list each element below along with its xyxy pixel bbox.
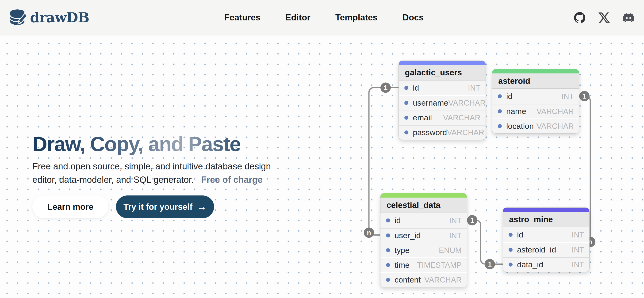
field-dot-icon	[386, 248, 390, 252]
field-name: data_id	[517, 260, 543, 269]
field-name: name	[506, 107, 526, 116]
field-row: idINT	[503, 227, 589, 242]
hero-subtitle: Free and open source, simple, and intuit…	[32, 160, 271, 186]
table-accent-strip	[492, 69, 579, 74]
field-dot-icon	[386, 263, 390, 267]
table-card-galactic_users: galactic_usersidINTusernameVARCHARemailV…	[398, 60, 486, 140]
field-name: password	[413, 128, 447, 137]
cardinality-badge-label: 1	[384, 84, 388, 92]
field-dot-icon	[386, 278, 390, 282]
table-title: celestial_data	[380, 198, 467, 213]
hero-subtitle-line1: Free and open source, simple, and intuit…	[32, 162, 271, 171]
field-type: INT	[468, 84, 480, 92]
drawdb-logo-icon	[9, 9, 26, 26]
field-dot-icon	[386, 234, 390, 238]
field-name: email	[413, 113, 432, 122]
table-card-asteroid: asteroididINTnameVARCHARlocationVARCHAR	[492, 69, 579, 134]
field-type: INT	[449, 231, 462, 240]
nav-links: FeaturesEditorTemplatesDocs	[224, 13, 424, 22]
field-type: VARCHAR	[536, 122, 574, 131]
hero-buttons: Learn more Try it for yourself →	[32, 196, 214, 218]
field-row: idINT	[399, 80, 486, 95]
field-name: id	[394, 216, 400, 225]
field-row: locationVARCHAR	[492, 118, 579, 133]
cardinality-badge-label: 1	[470, 216, 474, 224]
nav-link-docs[interactable]: Docs	[402, 13, 424, 22]
field-dot-icon	[508, 262, 512, 266]
field-dot-icon	[404, 101, 408, 105]
field-type: INT	[572, 260, 584, 269]
field-type: VARCHAR	[447, 128, 484, 137]
field-type: TIMESTAMP	[417, 261, 462, 270]
field-row: idINT	[492, 89, 579, 104]
field-name: type	[394, 246, 410, 255]
try-it-label: Try it for yourself	[124, 202, 192, 212]
github-icon[interactable]	[574, 12, 585, 23]
hero-highlight: Free of charge	[201, 175, 262, 185]
field-dot-icon	[404, 86, 408, 90]
cardinality-badge-label: n	[367, 229, 371, 236]
learn-more-button[interactable]: Learn more	[32, 196, 108, 218]
field-type: INT	[562, 92, 574, 101]
nav-link-templates[interactable]: Templates	[336, 13, 378, 22]
nav-link-features[interactable]: Features	[224, 13, 260, 22]
table-accent-strip	[380, 193, 467, 198]
field-name: content	[394, 275, 421, 284]
field-type: INT	[572, 230, 584, 239]
social-links	[574, 12, 634, 23]
nav-link-editor[interactable]: Editor	[286, 13, 310, 22]
hero-subtitle-line2: editor, data-modeler, and SQL generator.	[32, 175, 194, 185]
field-row: typeENUM	[380, 242, 467, 258]
field-row: asteroid_idINT	[503, 242, 589, 257]
discord-icon[interactable]	[623, 12, 634, 23]
field-row: timeTIMESTAMP	[380, 258, 467, 272]
field-name: asteroid_id	[517, 245, 556, 254]
table-card-astro_mine: astro_mineidINTasteroid_idINTdata_idINT	[503, 208, 590, 272]
field-name: time	[394, 260, 410, 270]
x-icon[interactable]	[598, 12, 610, 23]
try-it-button[interactable]: Try it for yourself →	[116, 196, 214, 218]
hero-title: Draw, Copy, and Paste	[32, 132, 240, 156]
field-dot-icon	[498, 109, 502, 113]
field-dot-icon	[498, 124, 502, 128]
field-type: VARCHAR	[424, 276, 462, 284]
field-dot-icon	[404, 130, 408, 134]
field-dot-icon	[386, 218, 390, 222]
field-name: location	[506, 122, 534, 131]
table-title: galactic_users	[399, 65, 486, 80]
navbar: drawDB FeaturesEditorTemplatesDocs	[0, 0, 644, 36]
relationship-line	[467, 220, 503, 264]
field-dot-icon	[508, 233, 512, 237]
field-row: user_idINT	[380, 228, 467, 242]
field-dot-icon	[404, 116, 408, 120]
table-title: astro_mine	[503, 212, 589, 227]
field-dot-icon	[508, 248, 512, 252]
table-accent-strip	[503, 208, 589, 212]
field-type: VARCHAR	[536, 107, 574, 116]
field-row: usernameVARCHAR	[399, 95, 486, 110]
field-row: data_idINT	[503, 257, 589, 272]
arrow-right-icon: →	[197, 202, 206, 212]
field-row: emailVARCHAR	[399, 110, 486, 125]
field-row: idINT	[380, 213, 467, 228]
field-name: id	[517, 230, 523, 239]
cardinality-badge-label: 1	[488, 260, 492, 268]
field-row: passwordVARCHAR	[399, 125, 486, 140]
field-name: user_id	[394, 231, 421, 240]
brand-logo[interactable]: drawDB	[9, 9, 89, 26]
diagram-canvas: 1n111n Draw, Copy, and Paste Free and op…	[0, 36, 644, 298]
brand-name: drawDB	[30, 10, 89, 26]
table-accent-strip	[399, 61, 486, 65]
field-type: INT	[572, 246, 584, 254]
field-row: nameVARCHAR	[492, 104, 579, 118]
table-card-celestial_data: celestial_dataidINTuser_idINTtypeENUMtim…	[380, 193, 467, 287]
field-type: INT	[449, 216, 462, 225]
field-row: contentVARCHAR	[380, 272, 467, 287]
field-dot-icon	[498, 94, 502, 98]
field-type: VARCHAR	[448, 98, 486, 108]
field-name: id	[506, 92, 512, 101]
field-type: ENUM	[439, 246, 462, 255]
field-name: username	[413, 98, 448, 108]
cardinality-badge-label: 1	[582, 92, 586, 100]
field-type: VARCHAR	[443, 113, 480, 122]
